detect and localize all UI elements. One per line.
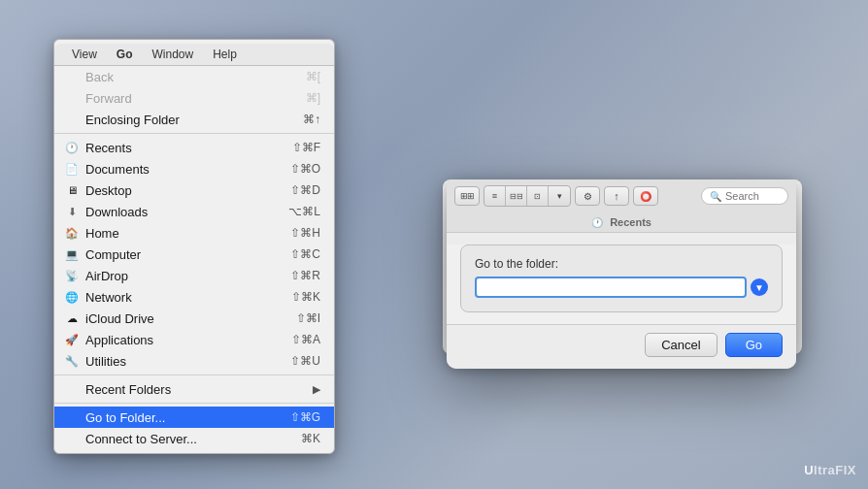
dialog-recents-title: 🕐 Recents xyxy=(447,212,796,233)
utilities-shortcut: ⇧⌘U xyxy=(290,354,320,368)
network-label: Network xyxy=(85,290,132,305)
forward-shortcut: ⌘] xyxy=(306,91,320,105)
documents-shortcut: ⇧⌘O xyxy=(290,162,320,176)
connect-server-label: Connect to Server... xyxy=(85,432,197,446)
home-label: Home xyxy=(85,226,119,241)
utilities-label: Utilities xyxy=(85,354,126,369)
search-input[interactable] xyxy=(725,190,788,202)
dialog-buttons: Cancel Go xyxy=(447,325,796,369)
divider-1 xyxy=(54,133,334,134)
computer-icon: 💻 xyxy=(64,246,80,262)
goto-folder-label: Go to Folder... xyxy=(85,410,165,425)
desktop-icon: 🖥 xyxy=(64,182,80,198)
menu-item-computer[interactable]: 💻 Computer ⇧⌘C xyxy=(54,244,334,265)
menu-item-airdrop[interactable]: 📡 AirDrop ⇧⌘R xyxy=(54,265,334,286)
cancel-button[interactable]: Cancel xyxy=(645,333,717,357)
menu-item-network[interactable]: 🌐 Network ⇧⌘K xyxy=(54,286,334,308)
menu-item-enclosing[interactable]: Enclosing Folder ⌘↑ xyxy=(54,109,334,130)
back-icon xyxy=(64,69,80,84)
menu-item-desktop[interactable]: 🖥 Desktop ⇧⌘D xyxy=(54,179,334,201)
list-view-button[interactable]: ≡ xyxy=(484,186,506,206)
goto-panel-label: Go to the folder: xyxy=(475,257,768,271)
menu-item-icloud[interactable]: ☁ iCloud Drive ⇧⌘I xyxy=(54,308,334,329)
menu-item-forward[interactable]: Forward ⌘] xyxy=(54,87,334,109)
recents-icon: 🕐 xyxy=(64,140,80,155)
tag-button[interactable]: ⭕ xyxy=(633,186,658,206)
airdrop-shortcut: ⇧⌘R xyxy=(290,269,320,282)
menu-item-back[interactable]: Back ⌘[ xyxy=(54,66,334,87)
recent-folders-label: Recent Folders xyxy=(85,382,171,397)
enclosing-label: Enclosing Folder xyxy=(85,113,180,127)
applications-shortcut: ⇧⌘A xyxy=(291,333,320,346)
menu-item-home[interactable]: 🏠 Home ⇧⌘H xyxy=(54,222,334,244)
airdrop-label: AirDrop xyxy=(85,269,128,283)
computer-shortcut: ⇧⌘C xyxy=(290,247,320,261)
menu-item-documents[interactable]: 📄 Documents ⇧⌘O xyxy=(54,158,334,179)
goto-folder-shortcut: ⇧⌘G xyxy=(290,410,320,424)
menu-item-goto-folder[interactable]: Go to Folder... ⇧⌘G xyxy=(54,407,334,428)
enclosing-icon xyxy=(64,112,80,127)
back-shortcut: ⌘[ xyxy=(306,70,320,83)
icloud-icon: ☁ xyxy=(64,310,80,326)
dialog-content: Go to the folder: ▼ xyxy=(447,244,796,325)
divider-3 xyxy=(54,403,334,404)
recents-title-icon: 🕐 xyxy=(591,217,603,228)
divider-2 xyxy=(54,375,334,375)
recent-folders-arrow: ▶ xyxy=(313,383,320,396)
menu-item-recents[interactable]: 🕐 Recents ⇧⌘F xyxy=(54,137,334,158)
menu-item-applications[interactable]: 🚀 Applications ⇧⌘A xyxy=(54,329,334,350)
menu-item-downloads[interactable]: ⬇ Downloads ⌥⌘L xyxy=(54,201,334,222)
recent-folders-icon xyxy=(64,381,80,397)
search-icon: 🔍 xyxy=(710,191,721,202)
airdrop-icon: 📡 xyxy=(64,268,80,283)
goto-folder-input[interactable] xyxy=(475,277,747,298)
desktop-shortcut: ⇧⌘D xyxy=(290,183,320,197)
menu-item-connect-server[interactable]: Connect to Server... ⌘K xyxy=(54,428,334,449)
watermark: UltraFIX xyxy=(804,463,856,477)
watermark-u: U xyxy=(804,463,814,477)
go-menu: View Go Window Help Back ⌘[ Forward ⌘] E… xyxy=(53,39,335,454)
menu-tab-view[interactable]: View xyxy=(62,44,107,65)
grid-view-button[interactable]: ⊞⊞ xyxy=(454,186,480,206)
documents-icon: 📄 xyxy=(64,161,80,177)
dialog-toolbar: ⊞⊞ ≡ ⊟⊟ ⊡ ▾ ⚙ ↑ ⭕ 🔍 xyxy=(447,179,796,212)
menu-item-utilities[interactable]: 🔧 Utilities ⇧⌘U xyxy=(54,350,334,372)
goto-input-row: ▼ xyxy=(475,277,768,298)
view-options-button[interactable]: ▾ xyxy=(549,186,570,206)
gallery-view-button[interactable]: ⊡ xyxy=(527,186,549,206)
network-icon: 🌐 xyxy=(64,289,80,305)
goto-panel: Go to the folder: ▼ xyxy=(460,244,783,312)
utilities-icon: 🔧 xyxy=(64,353,80,369)
downloads-shortcut: ⌥⌘L xyxy=(288,205,320,218)
menu-tab-help[interactable]: Help xyxy=(203,44,247,65)
back-label: Back xyxy=(85,70,114,84)
forward-label: Forward xyxy=(85,91,132,106)
downloads-icon: ⬇ xyxy=(64,204,80,219)
menu-tab-bar: View Go Window Help xyxy=(54,44,334,66)
icloud-label: iCloud Drive xyxy=(85,311,154,326)
search-field[interactable]: 🔍 xyxy=(701,187,788,205)
goto-input-arrow-button[interactable]: ▼ xyxy=(751,278,768,296)
downloads-label: Downloads xyxy=(85,205,148,219)
column-view-button[interactable]: ⊟⊟ xyxy=(506,186,527,206)
share-button[interactable]: ↑ xyxy=(604,186,629,206)
computer-label: Computer xyxy=(85,247,141,262)
applications-icon: 🚀 xyxy=(64,332,80,347)
menu-tab-window[interactable]: Window xyxy=(142,44,203,65)
goto-folder-dialog: ⊞⊞ ≡ ⊟⊟ ⊡ ▾ ⚙ ↑ ⭕ 🔍 🕐 Recents Go to the … xyxy=(447,179,796,369)
forward-icon xyxy=(64,90,80,106)
applications-label: Applications xyxy=(85,333,153,347)
icloud-shortcut: ⇧⌘I xyxy=(296,311,320,325)
go-button[interactable]: Go xyxy=(725,333,783,357)
goto-folder-icon xyxy=(64,409,80,425)
home-icon: 🏠 xyxy=(64,225,80,241)
action-button[interactable]: ⚙ xyxy=(575,186,600,206)
view-mode-group: ≡ ⊟⊟ ⊡ ▾ xyxy=(484,185,571,207)
connect-server-shortcut: ⌘K xyxy=(301,432,320,445)
network-shortcut: ⇧⌘K xyxy=(291,290,320,304)
menu-item-recent-folders[interactable]: Recent Folders ▶ xyxy=(54,378,334,400)
desktop-label: Desktop xyxy=(85,183,132,198)
enclosing-shortcut: ⌘↑ xyxy=(303,113,320,126)
menu-tab-go[interactable]: Go xyxy=(107,44,143,65)
watermark-fix: ltraFIX xyxy=(814,463,856,477)
